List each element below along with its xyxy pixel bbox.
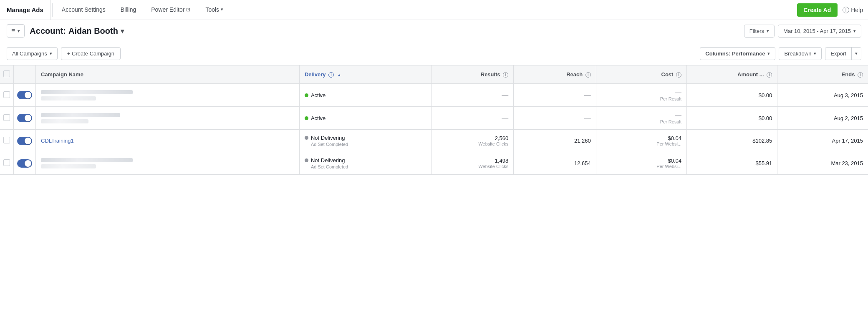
all-campaigns-button[interactable]: All Campaigns ▾ [7, 47, 58, 60]
help-link[interactable]: i Help [843, 7, 863, 13]
blurred-campaign-name-line2 [41, 119, 88, 123]
amount-value: $0.00 [692, 115, 772, 121]
results-sub: Website Clicks [437, 164, 508, 169]
delivery-cell: Not Delivering Ad Set Completed [299, 152, 431, 175]
blurred-campaign-name [41, 90, 133, 94]
toolbar-right: Columns: Performance ▾ Breakdown ▾ Expor… [700, 47, 861, 60]
filters-button[interactable]: Filters ▾ [744, 25, 775, 38]
ends-info-icon: i [858, 72, 863, 78]
cost-cell: $0.04 Per Websi... [596, 152, 686, 175]
blurred-campaign-name-line2 [41, 96, 96, 100]
results-cell: — [431, 107, 513, 130]
reach-info-icon: i [585, 72, 591, 78]
amount-cell: $102.85 [687, 130, 777, 152]
account-dropdown-icon[interactable]: ▾ [121, 27, 124, 35]
campaign-toggle[interactable] [17, 159, 32, 168]
columns-performance-label: Columns: Performance [705, 50, 765, 57]
amount-cell: $0.00 [687, 84, 777, 107]
blurred-campaign-name [41, 113, 120, 117]
columns-toggle-button[interactable]: ≡ ▾ [7, 24, 25, 38]
delivery-cell: Active [299, 107, 431, 130]
header-amount: Amount ... i [687, 65, 777, 84]
delivery-status: Active [305, 115, 426, 121]
delivery-dot-icon [305, 136, 308, 140]
help-info-icon: i [843, 7, 849, 13]
nav-account-settings[interactable]: Account Settings [54, 0, 113, 20]
blurred-campaign-name-line2 [41, 164, 96, 168]
columns-performance-button[interactable]: Columns: Performance ▾ [700, 47, 775, 60]
tools-label: Tools [205, 6, 219, 13]
delivery-status: Not Delivering Ad Set Completed [305, 157, 426, 169]
table-row: Active —— — Per Result$0.00Aug 2, 2015 [0, 107, 868, 130]
results-value: 1,498 [437, 158, 508, 164]
tools-chevron-icon: ▾ [221, 7, 223, 12]
nav-items: Account Settings Billing Power Editor ⊡ … [54, 0, 797, 20]
sub-header-right: Filters ▾ Mar 10, 2015 - Apr 17, 2015 ▾ [744, 25, 861, 38]
export-main-button[interactable]: Export [825, 48, 852, 60]
amount-value: $55.91 [692, 160, 772, 166]
header-ends: Ends i [777, 65, 868, 84]
nav-divider [52, 3, 53, 17]
campaign-toggle[interactable] [17, 91, 32, 99]
amount-value: $102.85 [692, 138, 772, 144]
breakdown-button[interactable]: Breakdown ▾ [779, 47, 822, 60]
columns-chevron-icon: ▾ [18, 28, 20, 34]
delivery-dot-icon [305, 93, 308, 97]
delivery-cell: Active [299, 84, 431, 107]
table-row: Not Delivering Ad Set Completed 1,498 We… [0, 152, 868, 175]
external-icon: ⊡ [186, 7, 190, 13]
amount-value: $0.00 [692, 92, 772, 98]
manage-ads-brand[interactable]: Manage Ads [5, 0, 50, 20]
table-row: CDLTraining1 Not Delivering Ad Set Compl… [0, 130, 868, 152]
cost-value: — [601, 112, 681, 119]
ends-cell: Mar 23, 2015 [777, 152, 868, 175]
ends-value: Aug 3, 2015 [834, 92, 863, 98]
reach-value: 12,654 [519, 160, 590, 166]
export-dropdown-button[interactable]: ▾ [852, 48, 861, 60]
select-all-checkbox[interactable] [3, 70, 10, 77]
table-header-row: Campaign Name Delivery i ▲ Results i Rea… [0, 65, 868, 84]
nav-right-section: Create Ad i Help [797, 3, 863, 17]
toolbar-left: All Campaigns ▾ + Create Campaign [7, 47, 121, 60]
results-cell: 1,498 Website Clicks [431, 152, 513, 175]
row-checkbox[interactable] [3, 114, 10, 121]
cost-sub: Per Websi... [601, 141, 681, 146]
header-results: Results i [431, 65, 513, 84]
nav-tools[interactable]: Tools ▾ [198, 0, 231, 20]
results-cell: 2,560 Website Clicks [431, 130, 513, 152]
reach-value: 21,260 [519, 138, 590, 144]
campaigns-toolbar: All Campaigns ▾ + Create Campaign Column… [0, 42, 868, 65]
date-range-label: Mar 10, 2015 - Apr 17, 2015 [783, 28, 851, 34]
sub-header-left: ≡ ▾ Account: Aidan Booth ▾ [7, 24, 124, 38]
campaign-name-link[interactable]: CDLTraining1 [41, 138, 74, 144]
create-campaign-button[interactable]: + Create Campaign [61, 47, 121, 60]
results-info-icon: i [503, 72, 508, 78]
breakdown-label: Breakdown [784, 50, 811, 57]
delivery-dot-icon [305, 116, 308, 120]
cost-info-icon: i [676, 72, 681, 78]
ends-value: Mar 23, 2015 [831, 160, 863, 166]
campaign-toggle[interactable] [17, 114, 32, 122]
campaigns-table: Campaign Name Delivery i ▲ Results i Rea… [0, 65, 868, 175]
columns-icon: ≡ [11, 27, 15, 35]
delivery-status-label: Not Delivering [311, 157, 345, 163]
delivery-status-label: Active [311, 115, 326, 121]
blurred-campaign-name [41, 158, 133, 162]
nav-power-editor[interactable]: Power Editor ⊡ [144, 0, 198, 20]
delivery-status: Not Delivering Ad Set Completed [305, 135, 426, 147]
row-checkbox[interactable] [3, 159, 10, 166]
delivery-status-label: Not Delivering [311, 135, 345, 141]
cost-value: $0.04 [601, 158, 681, 164]
nav-billing[interactable]: Billing [113, 0, 144, 20]
campaign-toggle[interactable] [17, 137, 32, 145]
account-name: Aidan Booth [68, 26, 118, 36]
header-select-all[interactable] [0, 65, 14, 84]
create-ad-button[interactable]: Create Ad [797, 3, 838, 17]
reach-value: — [584, 114, 591, 121]
date-range-button[interactable]: Mar 10, 2015 - Apr 17, 2015 ▾ [778, 25, 861, 38]
sort-arrow-icon: ▲ [337, 73, 341, 77]
header-delivery[interactable]: Delivery i ▲ [299, 65, 431, 84]
row-checkbox[interactable] [3, 137, 10, 143]
results-value: 2,560 [437, 135, 508, 141]
row-checkbox[interactable] [3, 91, 10, 98]
